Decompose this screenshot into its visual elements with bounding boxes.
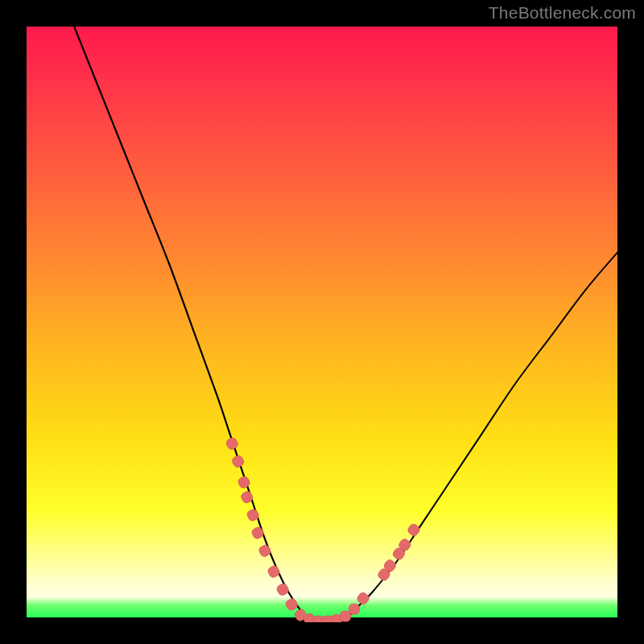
plot-area — [24, 24, 620, 620]
data-marker — [258, 543, 272, 558]
watermark-text: TheBottleneck.com — [489, 3, 636, 23]
plot-svg — [27, 27, 622, 622]
data-marker — [356, 591, 370, 605]
curve-right — [336, 247, 622, 622]
marker-layer — [225, 436, 422, 622]
curve-left — [74, 27, 312, 622]
data-marker — [237, 475, 251, 489]
data-marker — [225, 436, 240, 451]
data-marker — [275, 583, 290, 597]
data-marker — [250, 526, 265, 540]
data-marker — [285, 597, 299, 612]
data-marker — [340, 611, 350, 621]
data-marker — [266, 564, 281, 579]
data-marker — [407, 522, 421, 537]
data-marker — [231, 454, 246, 469]
chart-stage: TheBottleneck.com — [0, 0, 644, 644]
data-marker — [349, 604, 360, 614]
